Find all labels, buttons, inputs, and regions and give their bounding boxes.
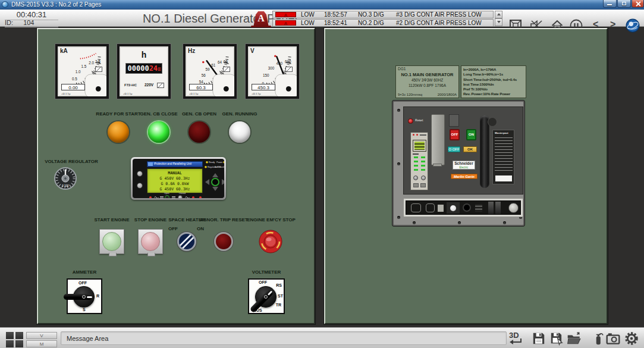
voltmeter-selector[interactable]: OFF RS ST TR BUS xyxy=(248,278,285,314)
right-arrow-button[interactable] xyxy=(222,179,224,185)
next-page-button[interactable]: > xyxy=(610,19,615,30)
controller-left-button[interactable] xyxy=(137,171,143,177)
sync-led xyxy=(149,196,152,198)
padlock-button[interactable] xyxy=(508,203,519,213)
micrologic-led-bar xyxy=(414,156,418,172)
generator-rating2: 1120kW 0.8PF 1796A xyxy=(396,83,458,87)
position-tr: TR xyxy=(276,303,281,307)
breaker-lever[interactable] xyxy=(480,115,489,188)
breaker-spring-indicator: OK xyxy=(463,146,477,152)
alarm-scroll-down[interactable] xyxy=(495,18,502,26)
start-engine-button[interactable] xyxy=(99,229,124,254)
meter-rating: 220V xyxy=(144,83,153,87)
breaker-open-button[interactable] xyxy=(165,195,169,198)
up-arrow-button[interactable] xyxy=(212,173,218,177)
layout-tile-button[interactable] xyxy=(15,340,23,347)
gen-running-lamp xyxy=(229,121,250,143)
generator-controller: Protection and Paralleling Unit MANUAL G… xyxy=(131,157,226,200)
layout-tile-button[interactable] xyxy=(6,332,14,339)
breaker-off-button[interactable]: OFF xyxy=(450,129,460,140)
maximize-button[interactable] xyxy=(617,0,631,8)
meter-class-icon xyxy=(157,83,164,88)
ammeter-selector[interactable]: OFF R S xyxy=(67,278,102,314)
dc-symbol-icon xyxy=(172,196,175,197)
minimize-button[interactable] xyxy=(603,0,617,8)
save-as-icon[interactable] xyxy=(549,331,564,346)
alarm-badge: A xyxy=(275,12,296,17)
layout-tile-button[interactable] xyxy=(15,332,23,339)
meter-class-text: +Ω-1.5µ xyxy=(123,92,132,95)
settings-gear-icon[interactable] xyxy=(624,331,639,346)
breaker-open-indicator: O OFF xyxy=(448,146,460,152)
down-arrow-button[interactable] xyxy=(212,187,218,191)
layout-tile-button[interactable] xyxy=(6,340,14,347)
voltmeter-knob[interactable] xyxy=(255,286,277,308)
masterpact-plate: Masterpact xyxy=(492,130,514,184)
breaker-top-block xyxy=(449,114,459,127)
save-icon[interactable] xyxy=(531,331,546,346)
gauge-readout: 60.3 xyxy=(189,84,213,90)
breaker-on-button[interactable]: ON xyxy=(466,129,476,140)
alarm-row[interactable]: A LOW 18:52:57 NO.3 D/G #3 D/G CONT AIR … xyxy=(272,11,494,18)
open-button-label: Open xyxy=(164,192,169,195)
controller-logo-icon xyxy=(148,162,153,166)
svg-text:56: 56 xyxy=(202,73,206,77)
m-button[interactable]: M xyxy=(26,340,57,347)
svg-text:1.5: 1.5 xyxy=(81,64,87,68)
alarm-bell-base xyxy=(251,26,271,27)
svg-text:64: 64 xyxy=(218,60,222,64)
schneider-label: Schneider Electric xyxy=(453,161,475,170)
open-folder-icon[interactable] xyxy=(566,331,582,346)
app-icon xyxy=(2,1,8,8)
ammeter-knob[interactable] xyxy=(73,286,95,308)
space-heater-switch[interactable] xyxy=(177,232,196,251)
micrologic-lcd xyxy=(413,140,426,152)
kiloammeter-gauge: kA 0.5 1.0 1.5 2.0 2.5 0.00 +Ω-1.5µ xyxy=(55,44,109,99)
accessory-slot xyxy=(411,203,421,212)
svg-text:1.0: 1.0 xyxy=(76,70,81,74)
sync-led xyxy=(199,196,202,198)
camera-icon[interactable] xyxy=(605,331,621,346)
alarm-badge: A xyxy=(275,20,296,26)
micrologic-button[interactable] xyxy=(413,175,418,180)
enter-button[interactable] xyxy=(211,178,219,186)
application-window: DMS-2015 V3.3 : No.2 of 2 Pages 00:40:31… xyxy=(0,0,644,348)
breaker-front-panel: Reset OFF xyxy=(403,106,523,195)
close-button[interactable] xyxy=(632,0,644,8)
generator-nameplate: DG1 NO.1 MAIN GENERATOR 450V 3Φ3W 60HZ 1… xyxy=(395,65,459,98)
micrologic-unit xyxy=(410,132,428,190)
shutter-tab xyxy=(433,164,442,167)
alarm-row[interactable]: A LOW 18:52:41 NO.2 D/G #2 D/G CONT AIR … xyxy=(272,19,494,27)
alarm-scroll-up[interactable] xyxy=(495,11,502,18)
charge-button[interactable] xyxy=(450,205,456,211)
svg-text:300: 300 xyxy=(268,66,275,70)
ready-for-start-lamp xyxy=(108,121,129,143)
window-titlebar[interactable]: DMS-2015 V3.3 : No.2 of 2 Pages xyxy=(0,0,644,10)
alarm-source: NO.3 D/G xyxy=(358,11,384,18)
stop-engine-button[interactable] xyxy=(138,229,163,254)
emergency-stop-button[interactable] xyxy=(259,230,282,253)
extinguisher-icon[interactable] xyxy=(590,331,606,346)
micrologic-button[interactable] xyxy=(421,175,426,180)
controller-left-button[interactable] xyxy=(137,183,143,189)
self-check-led: Self check xyxy=(215,166,224,168)
accessory-label xyxy=(474,203,483,213)
heater-on-label: ON xyxy=(193,226,208,231)
id-value: 104 xyxy=(23,19,34,26)
v-button[interactable]: V xyxy=(26,332,57,339)
plate-white-box xyxy=(495,175,512,181)
alarm-message: #2 D/G CONT AIR PRESS LOW xyxy=(396,20,482,26)
position-r: R xyxy=(96,294,99,298)
trip-reset-button[interactable] xyxy=(214,232,233,251)
reset-button[interactable] xyxy=(408,118,413,124)
3d-view-icon[interactable]: 3D xyxy=(509,331,524,346)
breaker-panel: DG1 NO.1 MAIN GENERATOR 450V 3Φ3W 60HZ 1… xyxy=(324,28,608,324)
breaker-close-button[interactable] xyxy=(178,195,183,198)
position-rs: RS xyxy=(276,283,282,287)
generator-tag: DG1 xyxy=(398,67,406,71)
voltage-regulator-knob[interactable]: 0 100 xyxy=(54,167,77,190)
meter-class-icon xyxy=(223,67,230,72)
return-arrow-icon xyxy=(507,337,522,346)
left-arrow-button[interactable] xyxy=(205,179,209,185)
frequency-gauge: Hz 54 56 59 61 64 66 60.3 +Ω-1.5µ xyxy=(183,44,237,99)
